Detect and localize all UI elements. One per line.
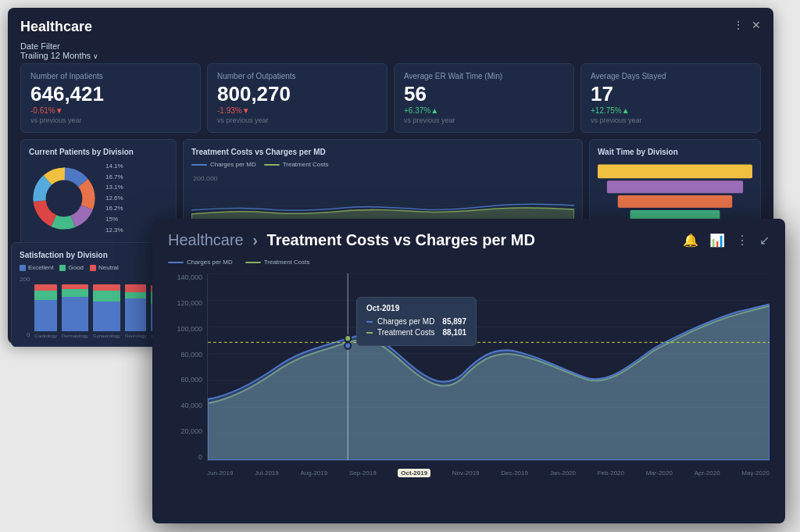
legend-treatment: Treatment Costs: [264, 161, 329, 168]
more-options-icon[interactable]: ⋮: [733, 19, 744, 31]
legend-excellent: Excellent: [20, 264, 53, 271]
detail-legend-treatment: Treatment Costs: [245, 259, 310, 266]
line-chart-title: Treatment Costs vs Charges per MD: [191, 148, 574, 156]
good-bar: [34, 291, 57, 300]
kpi-label: Average ER Wait Time (Min): [404, 72, 564, 80]
kpi-change: +6.37%▲: [404, 106, 564, 115]
label-excellent: Excellent: [28, 264, 53, 271]
bar-groups: Cardiology Dermatology Gynaecology: [34, 276, 170, 338]
chart-icon[interactable]: 📊: [709, 233, 725, 248]
bar-neurology: Neurology: [125, 284, 146, 338]
legend-dot-treatment: [245, 262, 261, 263]
date-filter-label: Date Filter Trailing 12 Months ∨: [20, 41, 761, 60]
detail-legend-charges: Charges per MD: [168, 259, 233, 266]
svg-rect-16: [618, 195, 733, 208]
legend-neutral: Neutral: [90, 264, 119, 271]
y-axis-labels: 140,000 120,000 100,000 80,000 60,000 40…: [168, 273, 207, 461]
main-chart-area: 88,101 85,897 Oct-2019 Charges per MD 85…: [207, 273, 770, 461]
kpi-card-inpatients: Number of Inpatients 646,421 -0.61%▼ vs …: [20, 63, 201, 133]
x-label-may20: May-2020: [741, 470, 770, 477]
alert-icon[interactable]: 🔔: [683, 233, 698, 248]
bar-gynaecology: Gynaecology: [93, 284, 120, 338]
donut-labels: 14.1% 16.7% 13.1% 12.6% 16.2% 15% 12.3%: [105, 161, 123, 235]
window-title: Healthcare: [20, 19, 92, 35]
window-header: Healthcare ⋮ ✕: [20, 19, 761, 35]
tooltip-value-treatment: 88,101: [443, 328, 467, 337]
bar-label: Cardiology: [34, 334, 57, 338]
dot-neutral: [90, 265, 96, 271]
detail-breadcrumb: Healthcare › Treatment Costs vs Charges …: [168, 231, 535, 249]
bar-cardiology: Cardiology: [34, 284, 57, 338]
x-label-dec19: Dec-2019: [501, 470, 528, 477]
main-chart-container: 140,000 120,000 100,000 80,000 60,000 40…: [168, 273, 770, 484]
donut-container: 14.1% 16.7% 13.1% 12.6% 16.2% 15% 12.3%: [29, 161, 168, 235]
window-title-area: Healthcare: [20, 19, 92, 35]
kpi-vs: vs previous year: [404, 116, 564, 124]
satisfaction-card: Satisfaction by Division Excellent Good …: [11, 242, 163, 347]
svg-point-32: [345, 335, 351, 341]
funnel-chart-title: Wait Time by Division: [598, 148, 752, 156]
breadcrumb-parent: Healthcare: [168, 231, 244, 248]
neutral-bar: [125, 284, 146, 292]
legend-good: Good: [59, 264, 84, 271]
close-icon[interactable]: ✕: [752, 19, 761, 31]
kpi-change: -1.93%▼: [217, 106, 377, 115]
x-label-jul19: Jul-2019: [255, 470, 279, 477]
window-controls[interactable]: ⋮ ✕: [733, 19, 761, 31]
kpi-vs: vs previous year: [217, 116, 377, 124]
kpi-value: 17: [591, 84, 751, 104]
legend-charges: Charges per MD: [191, 161, 256, 168]
kpi-change: +12.75%▲: [591, 106, 751, 115]
x-axis-labels: Jun-2019 Jul-2019 Aug-2019 Sep-2019 Oct-…: [207, 461, 770, 484]
x-label-jun19: Jun-2019: [207, 470, 233, 477]
mini-legend: Charges per MD Treatment Costs: [191, 161, 574, 168]
donut-label-3: 12.6%: [105, 193, 123, 204]
kpi-change: -0.61%▼: [30, 106, 191, 115]
main-chart-svg: [208, 273, 770, 460]
tooltip-label-treatment: Treatment Costs: [377, 328, 435, 337]
kpi-card-er-wait: Average ER Wait Time (Min) 56 +6.37%▲ vs…: [394, 63, 574, 133]
detail-header: Healthcare › Treatment Costs vs Charges …: [168, 231, 770, 249]
svg-point-33: [345, 342, 351, 348]
excellent-bar: [93, 302, 120, 331]
x-label-apr20: Apr-2020: [695, 470, 720, 477]
donut-svg: [29, 163, 99, 234]
bar-dermatology: Dermatology: [62, 284, 88, 338]
bar-label: Gynaecology: [93, 334, 120, 338]
excellent-bar: [34, 300, 57, 331]
x-label-mar20: Mar-2020: [646, 470, 673, 477]
sat-legend: Excellent Good Neutral: [20, 264, 155, 271]
legend-dot-treatment: [264, 164, 280, 166]
svg-text:200,000: 200,000: [193, 174, 218, 182]
more-icon[interactable]: ⋮: [736, 233, 748, 248]
label-good: Good: [68, 264, 84, 271]
neutral-bar: [93, 284, 120, 291]
detail-legend: Charges per MD Treatment Costs: [168, 259, 770, 266]
x-label-jan20: Jan-2020: [550, 470, 576, 477]
kpi-card-outpatients: Number of Outpatients 800,270 -1.93%▼ vs…: [207, 63, 388, 133]
good-bar: [93, 291, 120, 302]
x-label-feb20: Feb-2020: [598, 470, 624, 477]
neutral-bar: [34, 284, 57, 291]
excellent-bar: [62, 297, 88, 331]
satisfaction-bars: 2000 Cardiology Dermatology: [20, 276, 155, 338]
date-filter-value[interactable]: Trailing 12 Months: [20, 51, 91, 60]
tooltip-value-charges: 85,897: [442, 317, 466, 326]
legend-dot-charges: [168, 262, 184, 263]
tooltip-dot-charges: [366, 321, 373, 323]
donut-label-0: 14.1%: [105, 161, 123, 172]
satisfaction-title: Satisfaction by Division: [20, 251, 155, 259]
tooltip-dot-treatment: [366, 332, 373, 334]
donut-label-5: 15%: [105, 214, 123, 225]
svg-rect-14: [607, 180, 743, 193]
legend-label-charges: Charges per MD: [187, 259, 233, 266]
detail-icons: 🔔 📊 ⋮ ↙: [683, 233, 770, 248]
chart-tooltip: Oct-2019 Charges per MD 85,897 Treatment…: [356, 297, 477, 346]
expand-icon[interactable]: ↙: [759, 233, 770, 248]
dot-good: [59, 265, 66, 271]
detail-window: Healthcare › Treatment Costs vs Charges …: [152, 219, 785, 523]
breadcrumb-separator: ›: [252, 231, 258, 248]
kpi-value: 56: [404, 84, 564, 104]
kpi-label: Number of Outpatients: [217, 72, 377, 80]
kpi-label: Average Days Stayed: [591, 72, 751, 80]
